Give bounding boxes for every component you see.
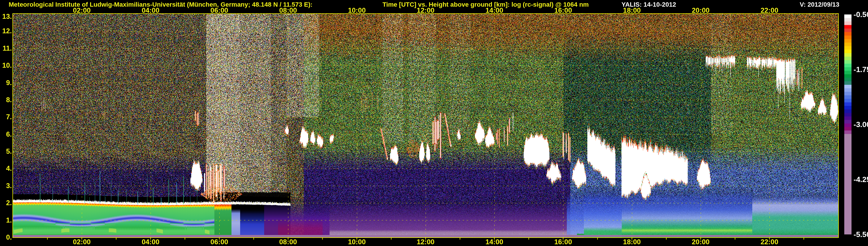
y-tick-label: 0. [6, 233, 12, 241]
x-tick-label-bottom: 02:00 [73, 238, 91, 246]
x-tick-label-top: 20:00 [692, 6, 709, 14]
x-tick-label-top: 12:00 [416, 6, 434, 14]
x-tick-label-top: 22:00 [761, 6, 778, 14]
y-tick-label: 12. [2, 27, 12, 35]
colorbar-tick-label: -0.50 [854, 10, 868, 19]
y-tick-label: 6. [6, 130, 12, 139]
x-tick-label-bottom: 04:00 [142, 238, 159, 246]
colorbar-tick-label: -1.75 [854, 65, 868, 74]
colorbar-tick-label: -4.25 [854, 175, 868, 184]
x-tick-label-top: 06:00 [210, 6, 228, 14]
y-tick-label: 1. [6, 216, 12, 224]
y-tick-label: 7. [6, 113, 12, 121]
y-tick-label: 10. [2, 61, 12, 69]
x-tick-label-bottom: 06:00 [210, 238, 228, 246]
y-tick-label: 5. [6, 147, 12, 155]
colorbar-tick-label: -5.50 [854, 230, 868, 239]
x-tick-label-bottom: 12:00 [416, 238, 434, 246]
lidar-quicklook-page: Meteorological Institute of Ludwig-Maxim… [0, 0, 868, 246]
version-label: V: 2012/09/13 [800, 1, 839, 8]
y-tick-label: 11. [3, 44, 12, 52]
x-tick-label-bottom: 18:00 [623, 238, 641, 246]
x-tick-label-bottom: 20:00 [692, 238, 709, 246]
x-tick-label-bottom: 16:00 [554, 238, 572, 246]
x-tick-label-top: 08:00 [279, 6, 297, 14]
x-tick-label-bottom: 08:00 [279, 238, 297, 246]
x-tick-label-bottom: 22:00 [761, 238, 778, 246]
y-tick-label: 2. [6, 199, 12, 207]
x-tick-label-bottom: 10:00 [348, 238, 366, 246]
x-tick-label-top: 02:00 [73, 6, 91, 14]
x-tick-label-bottom: 14:00 [486, 238, 503, 246]
y-tick-label: 13. [2, 12, 12, 21]
lidar-heatmap-canvas [0, 0, 868, 246]
institute-title: Meteorological Institute of Ludwig-Maxim… [9, 1, 312, 8]
x-tick-label-top: 04:00 [142, 6, 159, 14]
y-tick-label: 8. [6, 96, 12, 104]
y-tick-label: 4. [6, 164, 12, 173]
x-tick-label-top: 18:00 [623, 6, 641, 14]
colorbar-tick-label: -3.00 [854, 120, 868, 129]
y-tick-label: 3. [6, 182, 12, 190]
x-tick-label-top: 16:00 [554, 6, 572, 14]
x-tick-label-top: 10:00 [348, 6, 366, 14]
x-tick-label-top: 14:00 [486, 6, 503, 14]
y-tick-label: 9. [6, 79, 12, 87]
